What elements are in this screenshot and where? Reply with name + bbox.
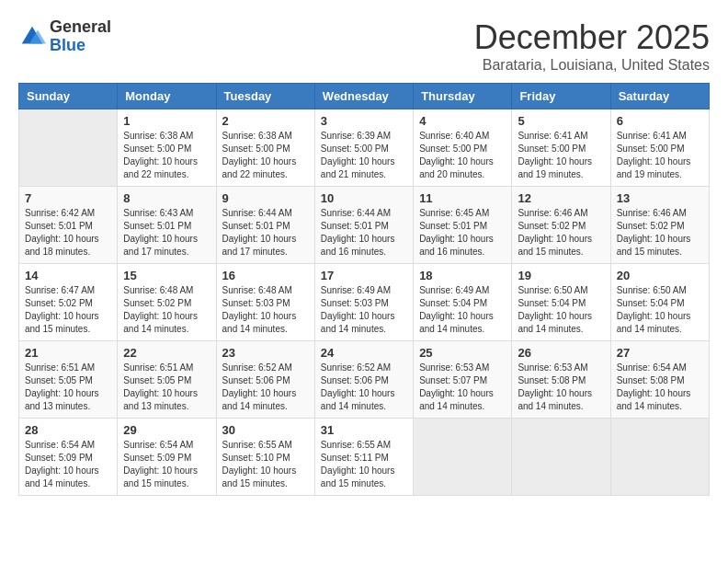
- calendar-header-thursday: Thursday: [414, 84, 512, 109]
- calendar-cell: 1Sunrise: 6:38 AM Sunset: 5:00 PM Daylig…: [118, 109, 216, 187]
- day-number: 15: [123, 269, 210, 282]
- calendar-cell: 3Sunrise: 6:39 AM Sunset: 5:00 PM Daylig…: [314, 109, 413, 187]
- calendar-week-row: 28Sunrise: 6:54 AM Sunset: 5:09 PM Dayli…: [19, 419, 710, 496]
- day-info: Sunrise: 6:52 AM Sunset: 5:06 PM Dayligh…: [222, 362, 309, 413]
- day-info: Sunrise: 6:46 AM Sunset: 5:02 PM Dayligh…: [617, 207, 703, 259]
- month-title: December 2025: [474, 18, 710, 57]
- calendar-cell: 31Sunrise: 6:55 AM Sunset: 5:11 PM Dayli…: [314, 419, 413, 496]
- calendar-week-row: 21Sunrise: 6:51 AM Sunset: 5:05 PM Dayli…: [19, 341, 710, 419]
- day-info: Sunrise: 6:48 AM Sunset: 5:03 PM Dayligh…: [222, 284, 309, 336]
- day-number: 7: [25, 191, 111, 205]
- day-info: Sunrise: 6:45 AM Sunset: 5:01 PM Dayligh…: [419, 207, 506, 259]
- day-info: Sunrise: 6:52 AM Sunset: 5:06 PM Dayligh…: [321, 362, 407, 413]
- day-info: Sunrise: 6:47 AM Sunset: 5:02 PM Dayligh…: [25, 284, 111, 336]
- day-info: Sunrise: 6:46 AM Sunset: 5:02 PM Dayligh…: [518, 207, 604, 259]
- day-number: 1: [123, 114, 210, 128]
- day-number: 26: [518, 346, 604, 360]
- calendar-cell: 28Sunrise: 6:54 AM Sunset: 5:09 PM Dayli…: [19, 419, 118, 496]
- page-header: General Blue December 2025 Barataria, Lo…: [18, 18, 710, 74]
- day-number: 25: [419, 346, 506, 360]
- day-number: 23: [222, 346, 309, 360]
- day-info: Sunrise: 6:38 AM Sunset: 5:00 PM Dayligh…: [222, 130, 309, 181]
- calendar-header-tuesday: Tuesday: [216, 84, 314, 109]
- day-info: Sunrise: 6:51 AM Sunset: 5:05 PM Dayligh…: [123, 362, 210, 413]
- calendar-cell: 7Sunrise: 6:42 AM Sunset: 5:01 PM Daylig…: [19, 187, 118, 264]
- day-number: 28: [25, 423, 111, 437]
- calendar-cell: 24Sunrise: 6:52 AM Sunset: 5:06 PM Dayli…: [314, 341, 413, 419]
- calendar-cell: 21Sunrise: 6:51 AM Sunset: 5:05 PM Dayli…: [19, 341, 118, 419]
- day-number: 6: [617, 114, 703, 128]
- day-info: Sunrise: 6:41 AM Sunset: 5:00 PM Dayligh…: [518, 130, 604, 181]
- calendar-cell: 11Sunrise: 6:45 AM Sunset: 5:01 PM Dayli…: [414, 187, 512, 264]
- day-info: Sunrise: 6:41 AM Sunset: 5:00 PM Dayligh…: [617, 130, 703, 181]
- day-number: 13: [617, 191, 703, 205]
- calendar-header-saturday: Saturday: [610, 84, 709, 109]
- calendar-cell: 4Sunrise: 6:40 AM Sunset: 5:00 PM Daylig…: [414, 109, 512, 187]
- calendar-cell: 12Sunrise: 6:46 AM Sunset: 5:02 PM Dayli…: [512, 187, 610, 264]
- day-info: Sunrise: 6:42 AM Sunset: 5:01 PM Dayligh…: [25, 207, 111, 259]
- day-info: Sunrise: 6:38 AM Sunset: 5:00 PM Dayligh…: [123, 130, 210, 181]
- day-number: 17: [321, 269, 407, 282]
- day-info: Sunrise: 6:53 AM Sunset: 5:08 PM Dayligh…: [518, 362, 604, 413]
- calendar-cell: [610, 419, 709, 496]
- calendar-cell: 5Sunrise: 6:41 AM Sunset: 5:00 PM Daylig…: [512, 109, 610, 187]
- calendar-cell: [512, 419, 610, 496]
- calendar-week-row: 14Sunrise: 6:47 AM Sunset: 5:02 PM Dayli…: [19, 264, 710, 341]
- logo-text: General Blue: [50, 18, 111, 55]
- logo-icon: [18, 23, 46, 51]
- location: Barataria, Louisiana, United States: [474, 57, 710, 74]
- day-info: Sunrise: 6:54 AM Sunset: 5:08 PM Dayligh…: [617, 362, 703, 413]
- calendar-cell: 14Sunrise: 6:47 AM Sunset: 5:02 PM Dayli…: [19, 264, 118, 341]
- calendar-cell: 13Sunrise: 6:46 AM Sunset: 5:02 PM Dayli…: [610, 187, 709, 264]
- day-info: Sunrise: 6:55 AM Sunset: 5:11 PM Dayligh…: [321, 439, 407, 490]
- calendar-header-wednesday: Wednesday: [314, 84, 413, 109]
- day-number: 8: [123, 191, 210, 205]
- calendar-cell: 8Sunrise: 6:43 AM Sunset: 5:01 PM Daylig…: [118, 187, 216, 264]
- day-number: 9: [222, 191, 309, 205]
- calendar-cell: 23Sunrise: 6:52 AM Sunset: 5:06 PM Dayli…: [216, 341, 314, 419]
- day-number: 30: [222, 423, 309, 437]
- day-info: Sunrise: 6:51 AM Sunset: 5:05 PM Dayligh…: [25, 362, 111, 413]
- calendar-header-sunday: Sunday: [19, 84, 118, 109]
- calendar-cell: 22Sunrise: 6:51 AM Sunset: 5:05 PM Dayli…: [118, 341, 216, 419]
- day-number: 2: [222, 114, 309, 128]
- calendar-cell: 29Sunrise: 6:54 AM Sunset: 5:09 PM Dayli…: [118, 419, 216, 496]
- day-info: Sunrise: 6:55 AM Sunset: 5:10 PM Dayligh…: [222, 439, 309, 490]
- calendar-cell: 16Sunrise: 6:48 AM Sunset: 5:03 PM Dayli…: [216, 264, 314, 341]
- calendar-header-friday: Friday: [512, 84, 610, 109]
- calendar-week-row: 7Sunrise: 6:42 AM Sunset: 5:01 PM Daylig…: [19, 187, 710, 264]
- day-number: 18: [419, 269, 506, 282]
- calendar-cell: 25Sunrise: 6:53 AM Sunset: 5:07 PM Dayli…: [414, 341, 512, 419]
- title-block: December 2025 Barataria, Louisiana, Unit…: [474, 18, 710, 74]
- day-info: Sunrise: 6:40 AM Sunset: 5:00 PM Dayligh…: [419, 130, 506, 181]
- day-info: Sunrise: 6:50 AM Sunset: 5:04 PM Dayligh…: [518, 284, 604, 336]
- day-number: 16: [222, 269, 309, 282]
- calendar-cell: 30Sunrise: 6:55 AM Sunset: 5:10 PM Dayli…: [216, 419, 314, 496]
- calendar-cell: [19, 109, 118, 187]
- calendar-cell: 27Sunrise: 6:54 AM Sunset: 5:08 PM Dayli…: [610, 341, 709, 419]
- day-number: 31: [321, 423, 407, 437]
- day-number: 19: [518, 269, 604, 282]
- day-info: Sunrise: 6:49 AM Sunset: 5:03 PM Dayligh…: [321, 284, 407, 336]
- day-number: 4: [419, 114, 506, 128]
- calendar-cell: 15Sunrise: 6:48 AM Sunset: 5:02 PM Dayli…: [118, 264, 216, 341]
- day-number: 3: [321, 114, 407, 128]
- calendar-cell: [414, 419, 512, 496]
- calendar-cell: 19Sunrise: 6:50 AM Sunset: 5:04 PM Dayli…: [512, 264, 610, 341]
- day-number: 22: [123, 346, 210, 360]
- day-info: Sunrise: 6:39 AM Sunset: 5:00 PM Dayligh…: [321, 130, 407, 181]
- calendar-week-row: 1Sunrise: 6:38 AM Sunset: 5:00 PM Daylig…: [19, 109, 710, 187]
- day-number: 24: [321, 346, 407, 360]
- day-number: 27: [617, 346, 703, 360]
- day-number: 14: [25, 269, 111, 282]
- day-info: Sunrise: 6:48 AM Sunset: 5:02 PM Dayligh…: [123, 284, 210, 336]
- calendar-cell: 10Sunrise: 6:44 AM Sunset: 5:01 PM Dayli…: [314, 187, 413, 264]
- day-number: 11: [419, 191, 506, 205]
- day-info: Sunrise: 6:43 AM Sunset: 5:01 PM Dayligh…: [123, 207, 210, 259]
- day-number: 5: [518, 114, 604, 128]
- calendar-header-monday: Monday: [118, 84, 216, 109]
- day-number: 29: [123, 423, 210, 437]
- calendar-cell: 26Sunrise: 6:53 AM Sunset: 5:08 PM Dayli…: [512, 341, 610, 419]
- calendar-header-row: SundayMondayTuesdayWednesdayThursdayFrid…: [19, 84, 710, 109]
- logo-general: General: [50, 17, 111, 36]
